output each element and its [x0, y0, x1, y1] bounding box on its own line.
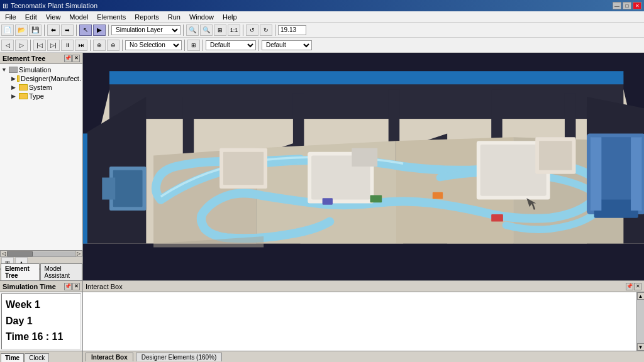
tree-item-simulation[interactable]: ▼ Simulation	[1, 65, 81, 74]
value-input[interactable]	[278, 25, 306, 35]
tab-element-tree[interactable]: Element Tree	[1, 263, 40, 280]
default-dropdown2[interactable]: Default	[262, 40, 312, 50]
undo-button[interactable]: ⬅	[47, 25, 60, 36]
element-tree-header-buttons[interactable]: 📌 ✕	[64, 55, 80, 62]
tab-clock[interactable]: Clock	[25, 353, 49, 362]
menu-elements[interactable]: Elements	[93, 13, 130, 21]
zoom-out-button[interactable]: 🔍	[200, 25, 213, 36]
interact-scroll-down[interactable]: ▼	[637, 343, 645, 351]
menu-run[interactable]: Run	[164, 13, 184, 21]
tb2-btn1[interactable]: ◁	[1, 40, 14, 51]
sim-time-header-buttons[interactable]: 📌 ✕	[64, 283, 80, 290]
sim-time-pin-button[interactable]: 📌	[64, 283, 72, 290]
tree-expander-type: ▶	[11, 93, 18, 99]
zoom-in-button[interactable]: 🔍	[186, 25, 199, 36]
tree-item-type[interactable]: ▶ Type	[1, 92, 81, 101]
simulation-time-title: Simulation Time	[3, 283, 56, 290]
tree-item-designer[interactable]: ▶ Designer(Manufect.	[1, 74, 81, 83]
element-tree-panel: Element Tree 📌 ✕ ▼ Simulation ▶	[0, 53, 82, 269]
tree-expander-system: ▶	[11, 84, 18, 90]
rotate-right-button[interactable]: ↻	[260, 25, 272, 36]
app-icon: ⊞	[3, 2, 8, 10]
tree-scrollbar-thumb[interactable]	[8, 251, 33, 256]
interact-pin-button[interactable]: 📌	[626, 283, 633, 290]
zoom-reset-button[interactable]: 1:1	[228, 25, 240, 36]
tb2-sep4	[184, 40, 185, 51]
left-panel: Element Tree 📌 ✕ ▼ Simulation ▶	[0, 53, 83, 280]
folder-icon-type	[19, 93, 28, 99]
tb2-sep2	[90, 40, 91, 51]
selection-dropdown[interactable]: No Selection	[125, 40, 182, 50]
interact-scroll-up[interactable]: ▲	[637, 292, 645, 300]
select-button[interactable]: ↖	[79, 25, 92, 36]
interact-box-scrollbar: ▲ ▼	[636, 292, 644, 351]
maximize-button[interactable]: □	[623, 2, 631, 9]
title-bar: ⊞ Tecnomatix Plant Simulation — □ ✕	[0, 0, 644, 11]
app-title: Tecnomatix Plant Simulation	[11, 2, 97, 9]
tb2-btn4[interactable]: ▷|	[47, 40, 60, 51]
tree-item-system[interactable]: ▶ System	[1, 83, 81, 92]
pointer-button[interactable]: ▶	[93, 25, 106, 36]
menu-reports[interactable]: Reports	[131, 13, 163, 21]
panel-close-button[interactable]: ✕	[72, 55, 80, 62]
close-button[interactable]: ✕	[633, 2, 641, 9]
main-area: Element Tree 📌 ✕ ▼ Simulation ▶	[0, 53, 644, 362]
menu-bar: File Edit View Model Elements Reports Ru…	[0, 11, 644, 23]
menu-help[interactable]: Help	[219, 13, 241, 21]
new-button[interactable]: 📄	[1, 25, 14, 36]
interact-close-button[interactable]: ✕	[634, 283, 641, 290]
tb2-btn2[interactable]: ▷	[15, 40, 28, 51]
title-bar-right[interactable]: — □ ✕	[613, 2, 641, 9]
sim-week: Week 1	[6, 297, 77, 313]
tb2-sep6	[258, 40, 259, 51]
tb-sep6	[275, 25, 275, 36]
tb2-icon1[interactable]: ⊞	[187, 40, 200, 51]
tab-time[interactable]: Time	[1, 353, 24, 362]
tb2-sep3	[122, 40, 123, 51]
open-button[interactable]: 📂	[15, 25, 28, 36]
interact-box-panel: Interact Box 📌 ✕ ▲ ▼ Interact Box Design…	[83, 281, 644, 362]
svg-rect-23	[223, 152, 264, 185]
viewport[interactable]	[83, 53, 644, 280]
folder-icon-system	[19, 84, 28, 90]
interact-box-footer: Interact Box Designer Elements (160%)	[83, 351, 644, 362]
default-dropdown1[interactable]: Default	[206, 40, 256, 50]
tb2-btn3[interactable]: |◁	[33, 40, 46, 51]
tb2-btn8[interactable]: ⊖	[107, 40, 119, 51]
svg-rect-20	[113, 170, 143, 207]
tree-expander-simulation: ▼	[1, 67, 8, 73]
layer-dropdown[interactable]: Simulation Layer	[111, 25, 180, 35]
tb-sep4	[183, 25, 184, 36]
minimize-button[interactable]: —	[613, 2, 621, 9]
panel-tabs: Element Tree Model Assistant	[0, 269, 82, 280]
tb2-btn7[interactable]: ⊕	[93, 40, 106, 51]
tab-model-assistant[interactable]: Model Assistant	[40, 263, 82, 280]
tb2-btn6[interactable]: ⏭	[75, 40, 87, 51]
element-tree-header: Element Tree 📌 ✕	[0, 53, 82, 64]
menu-window[interactable]: Window	[186, 13, 218, 21]
toolbar-row-2: ◁ ▷ |◁ ▷| ⏸ ⏭ ⊕ ⊖ No Selection ⊞ Default…	[0, 38, 644, 53]
tree-label-system: System	[29, 84, 52, 91]
panel-pin-button[interactable]: 📌	[64, 55, 72, 62]
tree-scrollbar[interactable]	[8, 251, 75, 256]
interact-box-title: Interact Box	[86, 283, 123, 290]
footer-tab-designer[interactable]: Designer Elements (160%)	[136, 353, 223, 361]
menu-model[interactable]: Model	[65, 13, 92, 21]
tree-label-designer: Designer(Manufect.	[21, 75, 81, 82]
title-bar-left: ⊞ Tecnomatix Plant Simulation	[3, 2, 97, 10]
fit-button[interactable]: ⊞	[214, 25, 226, 36]
tree-scroll: ◁ ▷	[0, 250, 82, 256]
tb2-btn5[interactable]: ⏸	[61, 40, 74, 51]
redo-button[interactable]: ➡	[61, 25, 74, 36]
rotate-left-button[interactable]: ↺	[246, 25, 258, 36]
save-button[interactable]: 💾	[29, 25, 42, 36]
menu-view[interactable]: View	[42, 13, 65, 21]
sim-time-close-button[interactable]: ✕	[72, 283, 80, 290]
interact-box-content	[83, 292, 636, 351]
menu-file[interactable]: File	[1, 13, 20, 21]
menu-edit[interactable]: Edit	[21, 13, 41, 21]
footer-tab-interact[interactable]: Interact Box	[86, 353, 133, 361]
interact-box-header-buttons[interactable]: 📌 ✕	[626, 283, 641, 290]
folder-icon-simulation	[9, 67, 18, 73]
interact-scroll-track[interactable]	[637, 300, 644, 343]
